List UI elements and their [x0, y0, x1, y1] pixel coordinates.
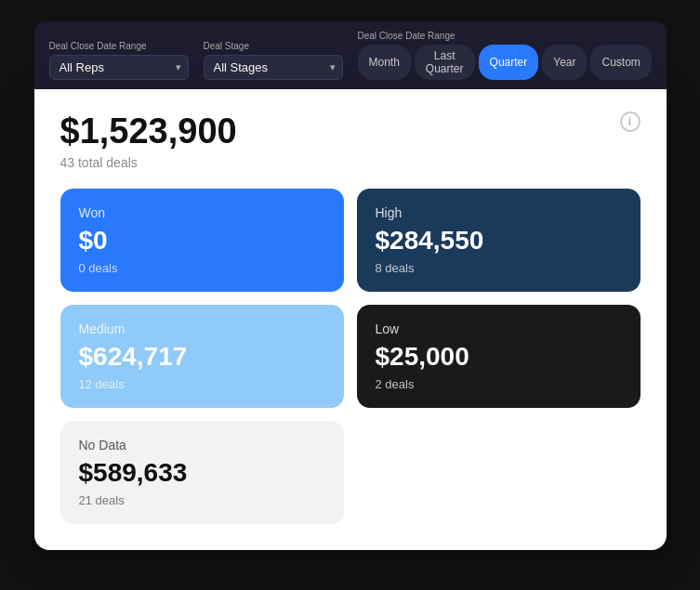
card-low-amount: $25,000: [376, 342, 622, 372]
card-medium-deals: 12 deals: [79, 377, 325, 391]
date-buttons-container: Month Last Quarter Quarter Year Custom: [358, 45, 652, 80]
main-card: $1,523,900 43 total deals i Won $0 0 dea…: [34, 89, 667, 550]
date-btn-last-quarter[interactable]: Last Quarter: [415, 45, 475, 80]
card-no-data-deals: 21 deals: [79, 493, 325, 507]
date-range-group: Deal Close Date Range Month Last Quarter…: [358, 31, 652, 80]
card-low: Low $25,000 2 deals: [357, 305, 641, 408]
rep-select-wrapper: All Reps AI Reps Human Reps: [49, 55, 189, 80]
date-range-label: Deal Close Date Range: [358, 31, 652, 41]
stage-filter-label: Deal Stage: [204, 41, 343, 51]
card-medium: Medium $624,717 12 deals: [60, 305, 344, 408]
card-won-deals: 0 deals: [79, 261, 325, 275]
stage-filter-group: Deal Stage All Stages Prospecting Qualif…: [204, 41, 343, 80]
rep-filter-label: Deal Close Date Range: [49, 41, 189, 51]
date-btn-quarter[interactable]: Quarter: [479, 45, 539, 80]
card-low-deals: 2 deals: [376, 377, 622, 391]
card-high-deals: 8 deals: [376, 261, 622, 275]
summary-header: $1,523,900 43 total deals i: [60, 111, 641, 189]
card-no-data: No Data $589,633 21 deals: [60, 421, 344, 524]
card-low-label: Low: [376, 321, 622, 336]
info-icon[interactable]: i: [620, 111, 641, 132]
summary-total-block: $1,523,900 43 total deals: [60, 111, 237, 189]
card-won-label: Won: [79, 205, 325, 220]
total-amount: $1,523,900: [60, 111, 237, 151]
card-medium-label: Medium: [79, 321, 325, 336]
card-high: High $284,550 8 deals: [357, 189, 641, 292]
card-won: Won $0 0 deals: [60, 189, 344, 292]
card-no-data-amount: $589,633: [79, 458, 325, 488]
dashboard-wrapper: Deal Close Date Range All Reps AI Reps H…: [34, 21, 667, 570]
card-won-amount: $0: [79, 226, 325, 256]
date-btn-year[interactable]: Year: [542, 45, 587, 80]
stage-filter-select[interactable]: All Stages Prospecting Qualification Clo…: [204, 55, 343, 80]
card-high-label: High: [376, 205, 622, 220]
top-bar: Deal Close Date Range All Reps AI Reps H…: [34, 21, 667, 89]
stage-select-wrapper: All Stages Prospecting Qualification Clo…: [204, 55, 343, 80]
card-high-amount: $284,550: [376, 226, 622, 256]
cards-grid: Won $0 0 deals High $284,550 8 deals Med…: [60, 189, 641, 524]
date-btn-custom[interactable]: Custom: [590, 45, 651, 80]
card-no-data-label: No Data: [79, 438, 325, 452]
rep-filter-group: Deal Close Date Range All Reps AI Reps H…: [49, 41, 189, 80]
date-btn-month[interactable]: Month: [358, 45, 411, 80]
total-deals-label: 43 total deals: [60, 155, 237, 170]
rep-filter-select[interactable]: All Reps AI Reps Human Reps: [49, 55, 189, 80]
card-medium-amount: $624,717: [79, 342, 325, 372]
